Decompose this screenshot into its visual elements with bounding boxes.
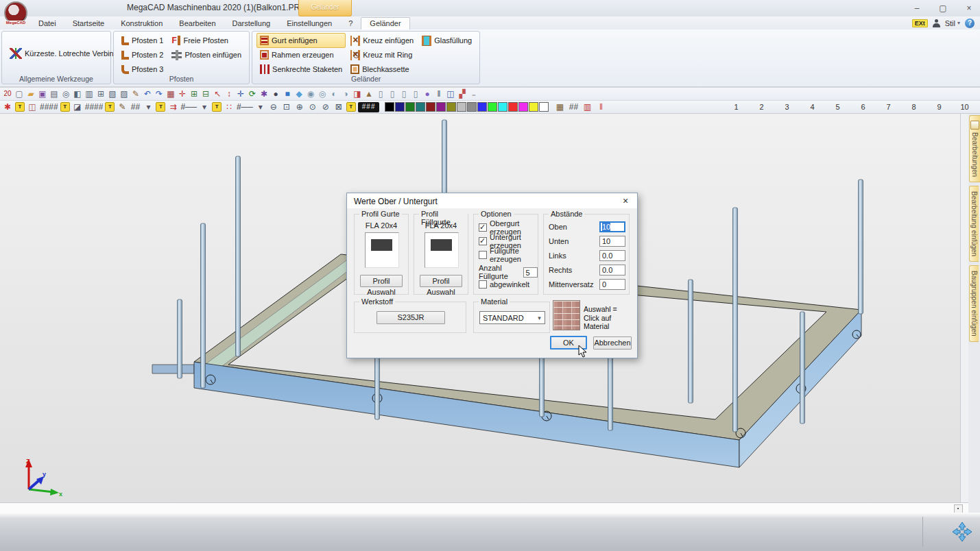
ribbon-pfosten-2[interactable]: Pfosten 2 [118,47,167,62]
stil-dropdown[interactable]: Stil ▾ [945,19,960,27]
profil-fuellgurte-preview[interactable] [425,232,459,268]
print-preview-icon[interactable]: ◎ [60,88,71,99]
layer-number-button[interactable]: 4 [800,103,825,111]
layer-number-button[interactable]: 6 [850,103,876,111]
minimize-button[interactable]: – [910,3,924,13]
ribbon-gurt-einfuegen[interactable]: Gurt einfügen [256,33,346,48]
color-swatch[interactable] [446,102,456,112]
checkbox-obergurt-erzeugen[interactable]: Obergurt erzeugen [479,223,538,232]
clip-plane-icon[interactable]: ◨ [352,88,363,99]
zoom-previous-icon[interactable]: ▨ [119,88,130,99]
anzahl-fuellgurte-input[interactable]: 5 [523,267,538,278]
material-select[interactable]: STANDARD ▾ [479,311,545,324]
tab-startseite[interactable]: Startseite [64,18,112,29]
sphere-icon[interactable]: ● [270,88,281,99]
dropdown-icon[interactable]: ▾ [255,101,266,112]
cylinder-1-icon[interactable]: ▯ [375,88,386,99]
cylinder-3-icon[interactable]: ▯ [398,88,409,99]
measure-icon[interactable]: ✛ [177,88,188,99]
plot-icon[interactable]: ▦ [165,88,176,99]
zoom-in-box-icon[interactable]: ⊞ [189,88,200,99]
material-icon[interactable]: ▲ [363,88,374,99]
solid-view-icon[interactable]: ◆ [294,88,304,99]
color-swatch[interactable] [518,102,528,112]
drawing-viewport[interactable]: Z x y Werte Ober / Untergurt × Profil Gu… [0,114,960,502]
color-swatch[interactable] [416,102,425,112]
lock-pointstyle-icon[interactable]: T [212,102,222,112]
zoom-window-icon[interactable]: ▧ [107,88,118,99]
rotate-icon[interactable]: ⟳ [247,88,258,99]
shade-mode-1-icon[interactable]: ◉ [305,88,316,99]
color-swatch[interactable] [426,102,435,112]
lock-color-icon[interactable]: T [346,102,356,112]
tab-einstellungen[interactable]: Einstellungen [278,18,340,29]
new-file-icon[interactable]: ▢ [14,88,25,99]
toolbar-overflow-icon[interactable]: ₌ [468,88,479,99]
layer-number-button[interactable]: 10 [952,103,977,111]
checkbox-icon[interactable] [479,237,487,245]
layer-manager-icon[interactable]: ⊞ [95,88,106,99]
cylinder-2-icon[interactable]: ▯ [387,88,398,99]
pointtype-field[interactable]: #── [237,101,253,112]
ribbon-rahmen-erzeugen[interactable]: Rahmen erzeugen [256,47,346,62]
ribbon-glasfuellung[interactable]: Glasfüllung [418,33,475,48]
point-style-icon[interactable]: ∷ [224,101,235,112]
ext-badge[interactable]: EXt [912,19,928,27]
checkbox-fuellgurte-erzeugen[interactable]: Füllgurte erzeugen [479,250,538,260]
cancel-button[interactable]: Abbrechen [593,336,632,350]
dropdown-icon[interactable]: ▾ [143,101,154,112]
tab-darstellung[interactable]: Darstellung [224,18,279,29]
close-button[interactable]: × [962,3,976,13]
sketch-icon[interactable]: ✎ [130,88,141,99]
print-icon[interactable]: ▤ [49,88,60,99]
color-swatch[interactable] [395,102,405,112]
tab-konstruktion[interactable]: Konstruktion [112,18,171,29]
ribbon-pfosten-1[interactable]: Pfosten 1 [118,33,167,48]
linetype-field[interactable]: #── [180,101,197,112]
checkbox-abgewinkelt[interactable]: abgewinkelt [479,280,529,289]
field-input[interactable]: 10 [599,221,625,232]
dropdown-icon[interactable]: ▾ [199,101,210,112]
tab-gelaender[interactable]: Geländer [361,17,409,29]
material-texture-preview[interactable] [553,300,580,330]
color-swatch[interactable] [457,102,466,112]
color-swatch[interactable] [477,102,487,112]
layer-number-button[interactable]: 7 [876,103,901,111]
vertical-scrollbar[interactable] [960,114,968,502]
color-swatch[interactable] [436,102,446,112]
layer-number-button[interactable]: 8 [901,103,927,111]
hatch-icon[interactable]: ▦ [554,101,565,112]
move-icon[interactable]: ✛ [235,88,246,99]
contextual-tab-header[interactable]: Geländer [298,0,352,16]
layer-number-button[interactable]: 1 [724,103,749,111]
profil-gurte-auswahl-button[interactable]: Profil Auswahl [360,275,403,287]
profil-gurte-preview[interactable] [365,232,399,268]
window-icon[interactable]: ◧ [72,88,83,99]
zoom-all-icon[interactable]: ⊙ [307,101,318,112]
coord-field[interactable]: #### [40,101,58,112]
select-add-icon[interactable]: ↕ [224,88,235,99]
zoom-box-icon[interactable]: ⊡ [281,101,292,112]
view-manager-icon[interactable]: ▥ [84,88,95,99]
opel-sphere-icon[interactable]: ● [422,88,433,99]
zoom-in-icon[interactable]: ⊕ [294,101,305,112]
cube-icon[interactable]: ■ [282,88,293,99]
layer-number-button[interactable]: 2 [749,103,774,111]
side-tab-baugruppen-einfuegen[interactable]: Baugruppen einfügen [969,265,979,342]
help-icon[interactable]: ? [965,19,975,28]
checkbox-icon[interactable] [479,251,487,259]
werkstoff-button[interactable]: S235JR [377,311,445,324]
tab-bearbeiten[interactable]: Bearbeiten [171,18,224,29]
snap-mode-icon[interactable]: 20 [2,88,13,99]
app-logo[interactable]: MegaCAD [3,1,29,27]
lock-plane-icon[interactable]: T [60,102,70,112]
horizontal-scrollbar[interactable] [0,502,968,513]
coord-field-2[interactable]: #### [85,101,104,112]
ribbon-kreuz-mit-ring[interactable]: Kreuz mit Ring [347,47,417,62]
tab-hilfe[interactable]: ? [340,18,361,29]
redo-icon[interactable]: ↷ [154,88,165,99]
pan-view-icon[interactable] [952,522,972,542]
lock-layer-icon[interactable]: T [15,102,25,112]
color-swatch[interactable] [405,102,415,112]
layer-number-button[interactable]: 9 [927,103,952,111]
